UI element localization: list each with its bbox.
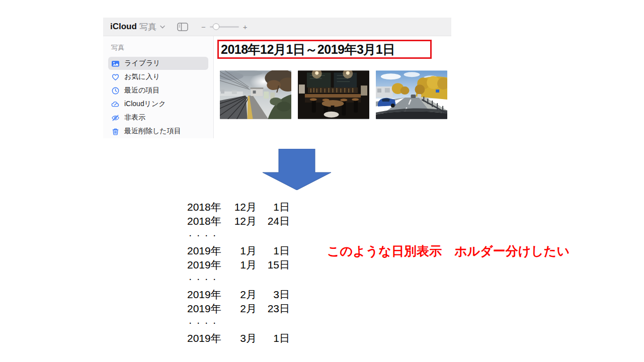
ellipsis-dots: ・・・・ [187, 232, 227, 240]
date-list-row: 2019年 2月 3日 [187, 288, 290, 302]
photo-thumbnail-road[interactable] [376, 70, 447, 119]
sidebar-item-recently-deleted[interactable]: 最近削除した項目 [108, 125, 208, 138]
date-year: 2018年 [187, 200, 227, 214]
date-year: 2019年 [187, 331, 227, 345]
photo-thumbnail-station[interactable] [220, 70, 291, 119]
zoom-slider-track[interactable] [210, 26, 239, 28]
sidebar-item-hidden[interactable]: 非表示 [108, 111, 208, 124]
date-list-row: 2019年 3月 1日 [187, 331, 290, 345]
sidebar-item-label: 最近削除した項目 [124, 127, 181, 136]
date-year: 2019年 [187, 288, 227, 302]
date-list-ellipsis: ・・・・ [187, 316, 290, 331]
date-day: 1日 [257, 200, 290, 214]
date-list-row: 2019年 2月 23日 [187, 302, 290, 316]
eye-slash-icon [111, 114, 120, 122]
date-day: 24日 [257, 214, 290, 228]
date-day: 1日 [257, 244, 290, 258]
sidebar-item-favorites[interactable]: お気に入り [108, 70, 208, 83]
sidebar-item-label: iCloudリンク [124, 100, 166, 109]
photo-thumbnail-bar[interactable] [298, 70, 369, 119]
ellipsis-dots: ・・・・ [187, 319, 227, 328]
date-month: 2月 [227, 288, 257, 302]
date-range-highlight-box: 2018年12月1日～2019年3月1日 [217, 40, 432, 59]
date-list-row: 2018年 12月 24日 [187, 214, 290, 228]
zoom-out-icon[interactable]: − [201, 23, 206, 31]
thumbnail-zoom-slider[interactable]: − + [201, 23, 248, 31]
date-month: 1月 [227, 258, 257, 272]
trash-icon [111, 127, 120, 136]
sidebar-item-recents[interactable]: 最近の項目 [108, 84, 208, 97]
annotation-note: このような日別表示 ホルダー分けしたい [327, 243, 570, 259]
zoom-in-icon[interactable]: + [243, 23, 248, 31]
sidebar-section-label: 写真 [103, 42, 213, 57]
slide-canvas: iCloud 写真 − + [0, 0, 644, 362]
date-list-ellipsis: ・・・・ [187, 228, 290, 244]
date-day: 1日 [257, 331, 290, 345]
date-day: 23日 [257, 302, 290, 316]
date-month: 2月 [227, 302, 257, 316]
sidebar-item-label: 最近の項目 [124, 86, 159, 95]
sidebar-toggle-icon[interactable] [177, 23, 188, 31]
icloud-photos-window: iCloud 写真 − + [103, 18, 451, 138]
sidebar: 写真 ライブラリ [103, 36, 214, 138]
date-list-ellipsis: ・・・・ [187, 272, 290, 288]
photos-main-area: 2018年12月1日～2019年3月1日 [214, 36, 451, 138]
clock-icon [111, 86, 120, 95]
photo-grid [220, 70, 447, 119]
cloud-link-icon [111, 100, 120, 109]
date-year: 2019年 [187, 258, 227, 272]
photos-library-icon [111, 59, 120, 68]
date-year: 2019年 [187, 244, 227, 258]
date-list-row: 2019年 1月 1日 [187, 244, 290, 258]
sidebar-item-library[interactable]: ライブラリ [108, 57, 208, 70]
date-month: 1月 [227, 244, 257, 258]
sidebar-item-label: お気に入り [124, 72, 160, 81]
date-year: 2019年 [187, 302, 227, 316]
date-list: 2018年 12月 1日 2018年 12月 24日 ・・・・ 2019年 1月… [187, 200, 290, 345]
chevron-down-icon [160, 25, 165, 29]
window-toolbar: iCloud 写真 − + [103, 18, 451, 36]
date-month: 3月 [227, 331, 257, 345]
date-month: 12月 [227, 214, 257, 228]
heart-icon [111, 73, 120, 81]
date-year: 2018年 [187, 214, 227, 228]
date-range-title: 2018年12月1日～2019年3月1日 [221, 41, 395, 58]
date-list-row: 2018年 12月 1日 [187, 200, 290, 214]
date-month: 12月 [227, 200, 257, 214]
date-day: 3日 [257, 288, 290, 302]
sidebar-item-label: 非表示 [124, 113, 145, 122]
date-day: 15日 [257, 258, 290, 272]
window-body: 写真 ライブラリ [103, 36, 451, 138]
app-title-menu[interactable]: iCloud 写真 [110, 21, 165, 33]
zoom-slider-knob[interactable] [213, 24, 219, 30]
app-section-label: 写真 [139, 21, 156, 33]
down-arrow-shape [263, 149, 331, 190]
sidebar-item-icloud-links[interactable]: iCloudリンク [108, 98, 208, 111]
sidebar-item-label: ライブラリ [124, 59, 160, 68]
ellipsis-dots: ・・・・ [187, 276, 227, 284]
icloud-wordmark: iCloud [110, 22, 137, 32]
date-list-row: 2019年 1月 15日 [187, 258, 290, 272]
